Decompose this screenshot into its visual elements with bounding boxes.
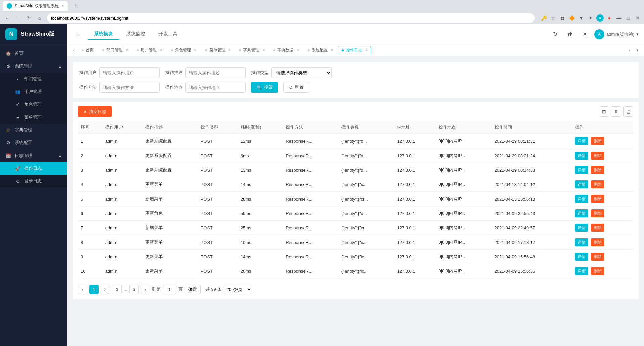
breadcrumb-tab-user[interactable]: 用户管理 ×: [133, 46, 166, 54]
new-tab-button[interactable]: +: [71, 1, 80, 11]
page-size-select[interactable]: 20 条/页 50 条/页 100 条/页: [224, 285, 252, 294]
row-delete-button[interactable]: 删除: [591, 224, 604, 232]
maximize-icon[interactable]: □: [625, 14, 632, 22]
pagination-prev-btn[interactable]: ‹: [78, 285, 87, 294]
tab-system-module[interactable]: 系统模块: [87, 29, 120, 40]
user-menu[interactable]: A admin(汤海鸿) ▾: [594, 29, 639, 39]
detail-button[interactable]: 详情: [575, 224, 588, 232]
breadcrumb-tab-oplog[interactable]: 操作日志 ×: [338, 46, 371, 54]
reload-button[interactable]: ↻: [24, 13, 34, 23]
location-search-input[interactable]: [185, 82, 246, 93]
delete-icon-btn[interactable]: 🗑: [565, 29, 576, 40]
breadcrumb-tab-sysconfig[interactable]: 系统配置 ×: [304, 46, 337, 54]
print-icon[interactable]: 🖨: [623, 106, 633, 117]
breadcrumb-tab-menu[interactable]: 菜单管理 ×: [201, 46, 234, 54]
pagination-next-btn[interactable]: ›: [141, 285, 150, 294]
avatar-icon[interactable]: A: [596, 14, 604, 22]
sidebar-item-home[interactable]: 🏠 首页: [0, 47, 67, 60]
menu-toggle-button[interactable]: ≡: [73, 28, 85, 40]
tab-system-monitor[interactable]: 系统监控: [120, 29, 152, 40]
method-search-input[interactable]: [99, 82, 160, 93]
cell-type: POST: [198, 221, 238, 235]
sidebar-item-menu[interactable]: ≡ 菜单管理: [0, 111, 67, 124]
minimize-icon[interactable]: —: [615, 14, 623, 22]
ext4-icon[interactable]: ✦: [587, 14, 594, 22]
clear-log-button[interactable]: ✕ 清空日志: [78, 106, 112, 117]
detail-button[interactable]: 详情: [575, 180, 588, 188]
browser-tab[interactable]: StrawShiro权限管理系统 ×: [3, 1, 68, 11]
ext3-icon[interactable]: ▼: [578, 14, 585, 22]
user-search-input[interactable]: [99, 67, 160, 78]
sidebar-item-dict[interactable]: 🎓 字典管理: [0, 124, 67, 136]
breadcrumb-tab-home[interactable]: 首页: [78, 46, 97, 54]
detail-button[interactable]: 详情: [575, 152, 588, 160]
breadcrumb-prev-btn[interactable]: ‹: [70, 46, 78, 54]
refresh-icon-btn[interactable]: ↻: [550, 29, 561, 40]
search-button[interactable]: 🔍 搜索: [251, 82, 278, 93]
menu-tab-close[interactable]: ×: [229, 48, 231, 52]
pagination-page-1[interactable]: 1: [89, 285, 99, 294]
detail-button[interactable]: 详情: [575, 267, 588, 275]
breadcrumb-bar: ‹ 首页 部门管理 × 用户管理 × 角色管理: [67, 44, 644, 56]
detail-button[interactable]: 详情: [575, 195, 588, 203]
home-button[interactable]: ⌂: [35, 13, 44, 23]
key-icon[interactable]: 🔑: [540, 14, 547, 22]
sidebar-item-user[interactable]: 👥 用户管理: [0, 85, 67, 98]
pagination-page-5[interactable]: 5: [129, 285, 139, 294]
user-tab-close[interactable]: ×: [160, 48, 162, 52]
detail-button[interactable]: 详情: [575, 209, 588, 217]
pagination-page-2[interactable]: 2: [101, 285, 110, 294]
sidebar-item-system-mgmt[interactable]: ⚙ 系统管理 ▲: [0, 60, 67, 73]
browser-tab-close-btn[interactable]: ×: [61, 4, 64, 8]
sidebar-item-dept[interactable]: ▪ 部门管理: [0, 73, 67, 85]
column-settings-icon[interactable]: ⊞: [599, 106, 609, 117]
sidebar-item-log-mgmt[interactable]: 📅 日志管理 ▲: [0, 149, 67, 162]
row-delete-button[interactable]: 删除: [591, 267, 604, 275]
ext2-icon[interactable]: 🔶: [568, 14, 576, 22]
tab-dev-tools[interactable]: 开发工具: [152, 29, 184, 40]
back-button[interactable]: ←: [3, 13, 12, 23]
detail-button[interactable]: 详情: [575, 238, 588, 246]
breadcrumb-tab-role[interactable]: 角色管理 ×: [167, 46, 200, 54]
close-window-icon[interactable]: ✕: [634, 14, 641, 22]
detail-button[interactable]: 详情: [575, 166, 588, 174]
row-delete-button[interactable]: 删除: [591, 253, 604, 261]
row-delete-button[interactable]: 删除: [591, 195, 604, 203]
sidebar-item-op-log[interactable]: 🚀 操作日志: [0, 162, 67, 175]
reset-button[interactable]: ↺ 重置: [283, 82, 309, 93]
dictdata-tab-close[interactable]: ×: [297, 48, 299, 52]
close-icon-btn[interactable]: ✕: [580, 29, 590, 40]
row-delete-button[interactable]: 删除: [591, 166, 604, 174]
row-delete-button[interactable]: 删除: [591, 180, 604, 188]
sidebar-item-sysconfig[interactable]: ⚙ 系统配置: [0, 136, 67, 149]
dept-tab-close[interactable]: ×: [126, 48, 128, 52]
ext5-icon[interactable]: ●: [606, 14, 613, 22]
bookmark-icon[interactable]: ☆: [549, 14, 557, 22]
oplog-tab-close[interactable]: ×: [365, 48, 367, 52]
breadcrumb-next-btn[interactable]: ›: [625, 46, 633, 54]
breadcrumb-tab-dictdata[interactable]: 字典数据 ×: [270, 46, 303, 54]
pagination-page-3[interactable]: 3: [112, 285, 122, 294]
breadcrumb-tab-dict[interactable]: 字典管理 ×: [235, 46, 268, 54]
type-search-select[interactable]: 请选择操作类型: [271, 67, 332, 78]
export-icon[interactable]: ⬆: [611, 106, 621, 117]
dict-tab-close[interactable]: ×: [263, 48, 265, 52]
ext1-icon[interactable]: ▦: [559, 14, 566, 22]
sidebar-item-role[interactable]: ✔ 角色管理: [0, 98, 67, 111]
row-delete-button[interactable]: 删除: [591, 238, 604, 246]
role-tab-close[interactable]: ×: [194, 48, 196, 52]
desc-search-input[interactable]: [185, 67, 246, 78]
breadcrumb-tab-dept[interactable]: 部门管理 ×: [99, 46, 132, 54]
pagination-goto-input[interactable]: [163, 285, 176, 294]
address-input[interactable]: [47, 13, 535, 23]
detail-button[interactable]: 详情: [575, 253, 588, 261]
pagination-confirm-btn[interactable]: 确定: [185, 285, 201, 294]
sysconfig-tab-close[interactable]: ×: [331, 48, 333, 52]
sidebar-item-login-log[interactable]: ⊙ 登录日志: [0, 175, 67, 187]
forward-button[interactable]: →: [13, 13, 23, 23]
detail-button[interactable]: 详情: [575, 137, 588, 145]
row-delete-button[interactable]: 删除: [591, 209, 604, 217]
breadcrumb-more-btn[interactable]: ▾: [633, 46, 641, 54]
row-delete-button[interactable]: 删除: [591, 137, 604, 145]
row-delete-button[interactable]: 删除: [591, 152, 604, 160]
